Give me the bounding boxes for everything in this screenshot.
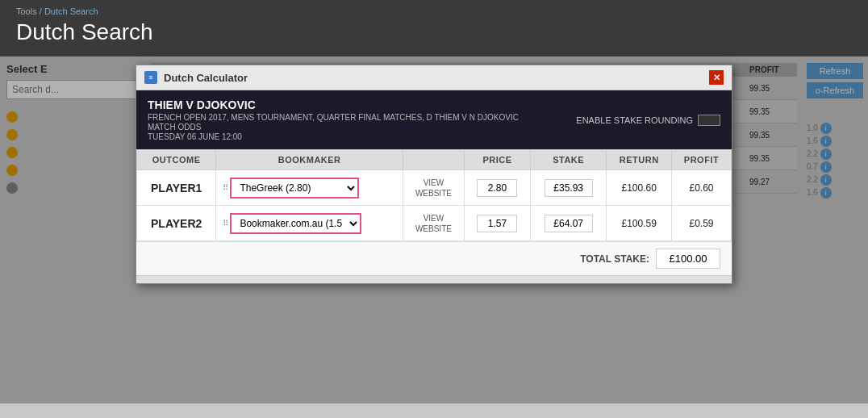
price-input-2[interactable] — [477, 215, 517, 232]
modal-close-button[interactable]: ✕ — [709, 70, 724, 85]
bookmaker-select-2[interactable]: Bookmaker.com.au (1.5 — [230, 213, 361, 234]
stake-rounding-toggle[interactable] — [698, 115, 720, 126]
stake-cell-2 — [531, 206, 607, 241]
match-main-title: THIEM V DJOKOVIC — [148, 98, 519, 111]
profit-1: £0.60 — [672, 170, 732, 206]
view-website-button-1[interactable]: VIEWWEBSITE — [415, 178, 452, 199]
modal-title-text: Dutch Calculator — [164, 72, 248, 84]
bookmaker-cell-2: ⠿ Bookmaker.com.au (1.5 — [216, 206, 403, 241]
bookmaker-cell-1: ⠿ TheGreek (2.80) — [216, 170, 403, 206]
profit-2: £0.59 — [672, 206, 732, 241]
col-stake: STAKE — [531, 150, 607, 170]
calc-row-1: PLAYER1 ⠿ TheGreek (2.80) VIEWWEBSITE — [137, 170, 732, 206]
stake-input-1[interactable] — [545, 179, 593, 197]
stake-rounding-area: ENABLE STAKE ROUNDING — [576, 115, 720, 126]
col-profit: PROFIT — [672, 150, 732, 170]
bookmaker-drag-icon-2: ⠿ — [223, 219, 228, 228]
page-title: Dutch Search — [16, 19, 852, 45]
page-header: Tools / Dutch Search Dutch Search — [0, 0, 868, 56]
col-bookmaker: BOOKMAKER — [216, 150, 403, 170]
bookmaker-select-1[interactable]: TheGreek (2.80) — [230, 178, 359, 199]
breadcrumb-current[interactable]: Dutch Search — [44, 6, 98, 16]
stake-input-2[interactable] — [545, 215, 593, 232]
outcome-2: PLAYER2 — [137, 206, 216, 241]
breadcrumb: Tools / Dutch Search — [16, 6, 852, 16]
modal-icon: ≡ — [144, 71, 157, 84]
return-1: £100.60 — [607, 170, 672, 206]
match-subtitle: FRENCH OPEN 2017, MENS TOURNAMENT, QUART… — [148, 113, 519, 122]
calc-row-2: PLAYER2 ⠿ Bookmaker.com.au (1.5 VIEWWEBS… — [137, 206, 732, 241]
match-type: MATCH ODDS — [148, 123, 519, 132]
outcome-1: PLAYER1 — [137, 170, 216, 206]
col-return: RETURN — [607, 150, 672, 170]
modal-overlay: ≡ Dutch Calculator ✕ THIEM V DJOKOVIC FR… — [0, 56, 868, 403]
breadcrumb-tools: Tools — [16, 6, 37, 16]
match-info-left: THIEM V DJOKOVIC FRENCH OPEN 2017, MENS … — [148, 98, 519, 141]
return-2: £100.59 — [607, 206, 672, 241]
stake-rounding-label: ENABLE STAKE ROUNDING — [576, 115, 693, 125]
col-price: PRICE — [464, 150, 530, 170]
total-stake-row: TOTAL STAKE: — [136, 241, 732, 275]
bookmaker-drag-icon: ⠿ — [223, 183, 228, 192]
calc-table: OUTCOME BOOKMAKER PRICE STAKE RETURN PRO… — [136, 149, 732, 241]
view-website-cell-2: VIEWWEBSITE — [403, 206, 464, 241]
main-area: Select E Refresh o-Refresh 1.0 i 1.6 i 2… — [0, 56, 868, 403]
stake-cell-1 — [531, 170, 607, 206]
col-outcome: OUTCOME — [137, 150, 216, 170]
modal-scrollbar[interactable] — [136, 275, 732, 283]
modal-table-area: OUTCOME BOOKMAKER PRICE STAKE RETURN PRO… — [136, 149, 732, 241]
view-website-button-2[interactable]: VIEWWEBSITE — [415, 213, 452, 234]
total-stake-input[interactable] — [656, 249, 720, 269]
col-viewsite — [403, 150, 464, 170]
modal-titlebar: ≡ Dutch Calculator ✕ — [136, 65, 732, 90]
total-stake-label: TOTAL STAKE: — [580, 253, 649, 265]
price-input-1[interactable] — [477, 179, 517, 197]
view-website-cell-1: VIEWWEBSITE — [403, 170, 464, 206]
modal-match-info: THIEM V DJOKOVIC FRENCH OPEN 2017, MENS … — [136, 90, 732, 149]
modal-title-left: ≡ Dutch Calculator — [144, 71, 248, 84]
dutch-calculator-modal: ≡ Dutch Calculator ✕ THIEM V DJOKOVIC FR… — [136, 65, 732, 284]
price-cell-2 — [464, 206, 530, 241]
match-date: TUESDAY 06 JUNE 12:00 — [148, 132, 519, 141]
price-cell-1 — [464, 170, 530, 206]
